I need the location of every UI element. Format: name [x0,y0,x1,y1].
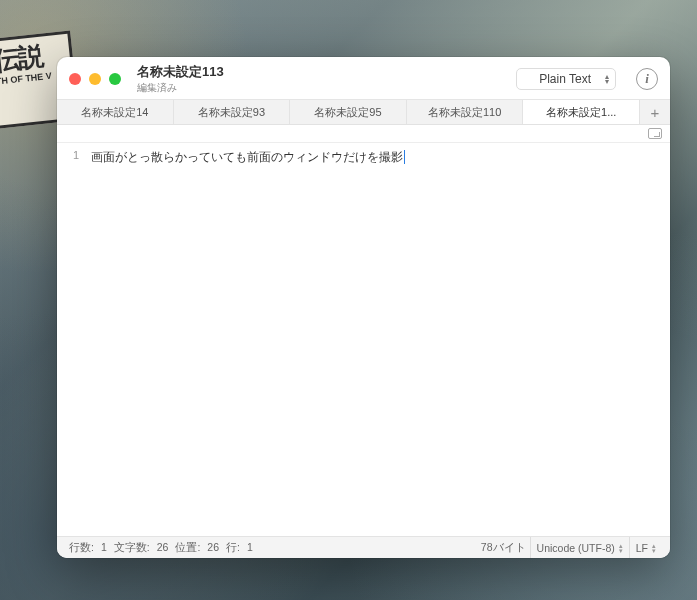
tab-bar: 名称未設定14 名称未設定93 名称未設定95 名称未設定110 名称未設定1.… [57,99,670,125]
tab-label: 名称未設定110 [428,105,501,120]
status-bar: 行数: 1 文字数: 26 位置: 26 行: 1 78バイト Unicode … [57,536,670,558]
chevron-up-down-icon: ▴▾ [619,543,623,553]
tab-document-3[interactable]: 名称未設定95 [290,100,407,124]
encoding-label: Unicode (UTF-8) [537,542,615,554]
title-text: 名称未設定113 編集済み [137,63,224,95]
window-controls [69,73,121,85]
tab-label: 名称未設定1... [546,105,616,120]
encoding-select[interactable]: Unicode (UTF-8) ▴▾ [530,537,629,559]
line-text: 画面がとっ散らかっていても前面のウィンドウだけを撮影 [91,150,403,164]
tab-document-2[interactable]: 名称未設定93 [174,100,291,124]
status-pos-value: 26 [207,541,219,555]
tab-document-5[interactable]: 名称未設定1... [523,100,640,124]
status-chars-value: 26 [157,541,169,555]
line-ending-label: LF [636,542,648,554]
status-pos-label: 位置: [171,541,204,555]
line-gutter: 1 [57,143,87,536]
plus-icon: + [651,104,660,121]
sub-toolbar [57,125,670,143]
panel-icon[interactable] [648,128,662,139]
chevron-up-down-icon: ▴▾ [652,543,656,553]
status-left: 行数: 1 文字数: 26 位置: 26 行: 1 [65,541,253,555]
text-cursor [404,150,405,164]
tab-label: 名称未設定14 [81,105,148,120]
tab-document-1[interactable]: 名称未設定14 [57,100,174,124]
status-row-value: 1 [247,541,253,555]
status-row-label: 行: [222,541,244,555]
info-icon: i [645,71,649,87]
editor-window: 名称未設定113 編集済み Plain Text ▴▾ i 名称未設定14 名称… [57,57,670,558]
status-chars-label: 文字数: [110,541,154,555]
tab-label: 名称未設定93 [198,105,265,120]
close-icon[interactable] [69,73,81,85]
format-label: Plain Text [539,72,591,86]
status-lines-label: 行数: [65,541,98,555]
tab-document-4[interactable]: 名称未設定110 [407,100,524,124]
document-subtitle: 編集済み [137,81,224,95]
status-right: 78バイト Unicode (UTF-8) ▴▾ LF ▴▾ [477,537,662,559]
format-select[interactable]: Plain Text ▴▾ [516,68,616,90]
text-line: 画面がとっ散らかっていても前面のウィンドウだけを撮影 [91,149,405,166]
line-ending-select[interactable]: LF ▴▾ [629,537,662,559]
text-content[interactable]: 画面がとっ散らかっていても前面のウィンドウだけを撮影 [87,143,405,536]
banner-title: 伝説 [0,41,43,76]
minimize-icon[interactable] [89,73,101,85]
add-tab-button[interactable]: + [640,100,670,124]
status-lines-value: 1 [101,541,107,555]
gutter-line-number: 1 [57,149,79,161]
status-bytes: 78バイト [477,541,530,555]
chevron-up-down-icon: ▴▾ [605,74,609,84]
info-button[interactable]: i [636,68,658,90]
document-title: 名称未設定113 [137,63,224,81]
tab-label: 名称未設定95 [314,105,381,120]
editor-area: 1 画面がとっ散らかっていても前面のウィンドウだけを撮影 [57,143,670,536]
zoom-icon[interactable] [109,73,121,85]
titlebar[interactable]: 名称未設定113 編集済み Plain Text ▴▾ i [57,57,670,99]
